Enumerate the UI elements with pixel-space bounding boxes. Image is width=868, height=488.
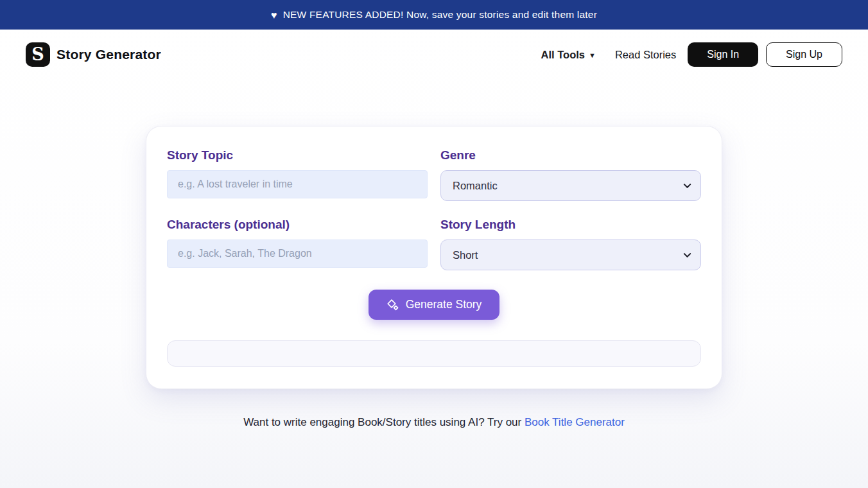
genre-select[interactable]: Romantic [440, 170, 701, 201]
book-title-generator-link[interactable]: Book Title Generator [525, 416, 625, 428]
story-length-select-wrap: Short [440, 240, 701, 270]
characters-field: Characters (optional) [167, 218, 428, 270]
announcement-banner: ♥ NEW FEATURES ADDED! Now, save your sto… [0, 0, 868, 30]
story-topic-label: Story Topic [167, 148, 428, 162]
story-topic-field: Story Topic [167, 148, 428, 201]
genre-select-wrap: Romantic [440, 170, 701, 201]
generate-button-row: Generate Story [167, 290, 701, 320]
caret-down-icon: ▼ [589, 51, 596, 59]
form-grid: Story Topic Genre Romantic Characters (o… [167, 148, 701, 270]
all-tools-label: All Tools [541, 49, 585, 61]
genre-field: Genre Romantic [440, 148, 701, 201]
main-content: Story Topic Genre Romantic Characters (o… [0, 126, 868, 429]
brand[interactable]: S Story Generator [26, 42, 161, 67]
story-length-select[interactable]: Short [440, 240, 701, 270]
footer-note: Want to write engaging Book/Story titles… [0, 416, 868, 429]
story-length-label: Story Length [440, 218, 701, 232]
characters-input[interactable] [167, 240, 428, 268]
story-output-box [167, 340, 701, 367]
generate-story-label: Generate Story [406, 298, 482, 311]
sign-up-button[interactable]: Sign Up [766, 42, 842, 67]
generate-story-button[interactable]: Generate Story [369, 290, 500, 320]
svg-text:S: S [31, 44, 44, 64]
characters-label: Characters (optional) [167, 218, 428, 232]
read-stories-link[interactable]: Read Stories [615, 49, 676, 61]
sign-in-button[interactable]: Sign In [688, 42, 758, 67]
heart-icon: ♥ [271, 10, 277, 21]
sparkles-icon [386, 299, 399, 311]
story-generator-logo-icon: S [26, 42, 50, 67]
footer-prompt-text: Want to write engaging Book/Story titles… [243, 416, 525, 428]
main-nav: All Tools ▼ Read Stories Sign In Sign Up [541, 42, 842, 67]
story-topic-input[interactable] [167, 170, 428, 198]
story-length-field: Story Length Short [440, 218, 701, 270]
banner-text: NEW FEATURES ADDED! Now, save your stori… [283, 9, 597, 21]
genre-label: Genre [440, 148, 701, 162]
brand-name: Story Generator [56, 47, 161, 62]
header: S Story Generator All Tools ▼ Read Stori… [0, 30, 868, 80]
story-generator-card: Story Topic Genre Romantic Characters (o… [146, 126, 722, 389]
all-tools-menu[interactable]: All Tools ▼ [541, 49, 596, 61]
